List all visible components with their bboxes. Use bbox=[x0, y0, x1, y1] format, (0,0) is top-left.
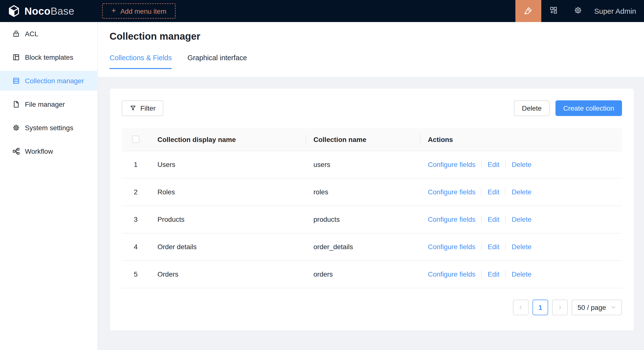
collections-card: Filter Delete Create collection Collecti… bbox=[110, 89, 634, 330]
add-menu-item-label: Add menu item bbox=[120, 7, 166, 15]
column-divider bbox=[420, 135, 420, 144]
top-navbar: NocoBase + Add menu item bbox=[0, 0, 644, 22]
cell-display-name: Roles bbox=[150, 178, 306, 206]
configure-fields-link[interactable]: Configure fields bbox=[428, 243, 476, 251]
delete-button[interactable]: Delete bbox=[514, 100, 550, 116]
file-icon bbox=[12, 100, 20, 108]
pagination: 1 50 / page bbox=[122, 299, 622, 315]
page-size-value: 50 / page bbox=[578, 303, 606, 311]
table-row: 1 Users users Configure fieldsEditDelete bbox=[122, 151, 622, 178]
edit-link[interactable]: Edit bbox=[488, 215, 500, 223]
cell-actions: Configure fieldsEditDelete bbox=[420, 206, 622, 233]
app-window: NocoBase + Add menu item bbox=[0, 0, 644, 350]
action-divider bbox=[482, 216, 482, 223]
filter-label: Filter bbox=[140, 104, 156, 112]
cell-actions: Configure fieldsEditDelete bbox=[420, 178, 622, 206]
action-divider bbox=[482, 243, 482, 250]
gear-icon bbox=[574, 6, 582, 16]
plugins-button[interactable] bbox=[541, 0, 566, 22]
action-divider bbox=[505, 216, 506, 223]
sidebar-item-collection-manager[interactable]: Collection manager bbox=[0, 71, 97, 91]
table-row: 2 Roles roles Configure fieldsEditDelete bbox=[122, 178, 622, 206]
tab-graphical-interface[interactable]: Graphical interface bbox=[188, 54, 247, 69]
table-row: 3 Products products Configure fieldsEdit… bbox=[122, 206, 622, 233]
cell-collection-name: orders bbox=[306, 260, 420, 288]
delete-link[interactable]: Delete bbox=[512, 270, 532, 278]
sidebar-item-workflow[interactable]: Workflow bbox=[0, 141, 97, 161]
add-menu-item-button[interactable]: + Add menu item bbox=[102, 4, 176, 19]
cell-collection-name: roles bbox=[306, 178, 420, 206]
edit-link[interactable]: Edit bbox=[488, 243, 500, 251]
table-toolbar: Filter Delete Create collection bbox=[122, 100, 622, 116]
edit-link[interactable]: Edit bbox=[488, 270, 500, 278]
row-index: 2 bbox=[122, 178, 150, 206]
logo: NocoBase bbox=[0, 5, 98, 18]
cell-display-name: Order details bbox=[150, 233, 306, 260]
sidebar-item-label: Collection manager bbox=[25, 77, 84, 85]
action-divider bbox=[505, 271, 506, 277]
content-area: Filter Delete Create collection Collecti… bbox=[98, 77, 644, 350]
configure-fields-link[interactable]: Configure fields bbox=[428, 270, 476, 278]
configure-fields-link[interactable]: Configure fields bbox=[428, 188, 476, 196]
cell-collection-name: products bbox=[306, 206, 420, 233]
delete-link[interactable]: Delete bbox=[512, 243, 532, 251]
column-header-name: Collection name bbox=[306, 128, 420, 151]
delete-link[interactable]: Delete bbox=[512, 215, 532, 223]
tab-collections-fields[interactable]: Collections & Fields bbox=[110, 54, 172, 69]
select-all-checkbox[interactable] bbox=[132, 136, 139, 143]
tab-bar: Collections & Fields Graphical interface bbox=[110, 54, 632, 69]
row-index: 3 bbox=[122, 206, 150, 233]
sidebar-item-label: Block templates bbox=[25, 53, 73, 61]
next-page-button[interactable] bbox=[552, 299, 568, 315]
action-divider bbox=[505, 243, 506, 250]
workflow-icon bbox=[12, 147, 20, 155]
prev-page-button[interactable] bbox=[513, 299, 528, 315]
chevron-left-icon bbox=[518, 305, 523, 310]
action-divider bbox=[482, 161, 482, 168]
sidebar-item-acl[interactable]: ACL bbox=[0, 24, 97, 44]
delete-link[interactable]: Delete bbox=[512, 161, 532, 168]
table-header-row: Collection display name Collection name … bbox=[122, 128, 622, 151]
cell-collection-name: users bbox=[306, 151, 420, 178]
page-1-button[interactable]: 1 bbox=[532, 299, 548, 315]
row-index: 1 bbox=[122, 151, 150, 178]
page-title: Collection manager bbox=[110, 31, 632, 42]
sidebar: ACL Block templates Collection manager bbox=[0, 22, 98, 350]
row-index: 5 bbox=[122, 260, 150, 288]
cell-collection-name: order_details bbox=[306, 233, 420, 260]
table-row: 5 Orders orders Configure fieldsEditDele… bbox=[122, 260, 622, 288]
column-header-actions: Actions bbox=[420, 128, 622, 151]
configure-fields-link[interactable]: Configure fields bbox=[428, 161, 476, 168]
settings-button[interactable] bbox=[566, 0, 590, 22]
filter-button[interactable]: Filter bbox=[122, 100, 163, 116]
column-divider bbox=[306, 135, 306, 144]
sidebar-item-system-settings[interactable]: System settings bbox=[0, 118, 97, 138]
lock-icon bbox=[12, 30, 20, 38]
ui-editor-button[interactable] bbox=[516, 0, 541, 22]
create-collection-button[interactable]: Create collection bbox=[555, 100, 622, 116]
action-divider bbox=[505, 161, 506, 168]
configure-fields-link[interactable]: Configure fields bbox=[428, 215, 476, 223]
main-content: Collection manager Collections & Fields … bbox=[98, 22, 644, 350]
sidebar-item-file-manager[interactable]: File manager bbox=[0, 95, 97, 114]
cell-actions: Configure fieldsEditDelete bbox=[420, 233, 622, 260]
row-index: 4 bbox=[122, 233, 150, 260]
chevron-right-icon bbox=[558, 305, 562, 310]
nocobase-logo-icon bbox=[7, 5, 20, 18]
cell-display-name: Users bbox=[150, 151, 306, 178]
delete-link[interactable]: Delete bbox=[512, 188, 532, 196]
collections-table: Collection display name Collection name … bbox=[122, 128, 622, 288]
edit-link[interactable]: Edit bbox=[488, 188, 500, 196]
chevron-down-icon bbox=[611, 304, 616, 310]
gear-icon bbox=[12, 124, 20, 132]
cell-display-name: Products bbox=[150, 206, 306, 233]
layout-icon bbox=[12, 53, 20, 61]
sidebar-item-block-templates[interactable]: Block templates bbox=[0, 48, 97, 67]
funnel-icon bbox=[130, 105, 136, 112]
sidebar-item-label: Workflow bbox=[25, 147, 53, 155]
user-menu[interactable]: Super Admin bbox=[594, 7, 636, 15]
page-size-select[interactable]: 50 / page bbox=[572, 299, 622, 315]
page-header: Collection manager Collections & Fields … bbox=[98, 22, 644, 77]
brand-name: NocoBase bbox=[24, 5, 74, 17]
edit-link[interactable]: Edit bbox=[488, 161, 500, 168]
